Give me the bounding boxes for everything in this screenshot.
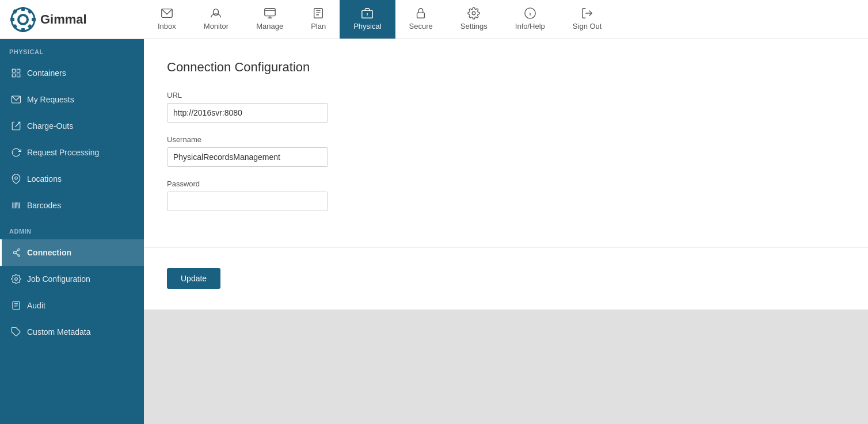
monitor-icon	[210, 7, 222, 20]
nav-item-physical[interactable]: Physical	[340, 0, 395, 39]
sidebar-item-barcodes[interactable]: Barcodes	[0, 192, 144, 219]
nav-item-inbox-label: Inbox	[158, 22, 176, 30]
svg-rect-23	[12, 69, 15, 72]
content-panel: Connection Configuration URL Username Pa…	[144, 39, 868, 310]
settings-icon	[467, 7, 480, 20]
nav-item-infohelp[interactable]: Info/Help	[501, 0, 559, 39]
url-input[interactable]	[167, 103, 328, 123]
sidebar-item-locations[interactable]: Locations	[0, 166, 144, 192]
sidebar-item-my-requests-label: My Requests	[27, 95, 74, 104]
sidebar-item-job-configuration[interactable]: Job Configuration	[0, 266, 144, 292]
logo-text: Gimmal	[40, 12, 87, 27]
sidebar-item-audit[interactable]: Audit	[0, 292, 144, 319]
sidebar-item-connection[interactable]: Connection	[0, 239, 144, 266]
svg-point-37	[18, 249, 20, 250]
chargeouts-icon	[11, 121, 21, 131]
sidebar: PHYSICAL Containers My Requests Charge-O…	[0, 39, 144, 424]
sidebar-item-custom-metadata-label: Custom Metadata	[27, 327, 91, 337]
sidebar-item-charge-outs-label: Charge-Outs	[27, 121, 73, 131]
svg-point-18	[473, 12, 476, 15]
password-label: Password	[167, 179, 845, 188]
signout-icon	[581, 7, 593, 20]
svg-rect-4	[21, 28, 25, 32]
svg-point-2	[20, 16, 26, 23]
sidebar-item-locations-label: Locations	[27, 174, 62, 184]
sidebar-section-admin: ADMIN	[0, 219, 144, 239]
nav-item-secure-label: Secure	[409, 22, 433, 30]
svg-rect-17	[417, 13, 425, 18]
plan-icon	[312, 7, 325, 20]
svg-rect-3	[21, 7, 25, 11]
update-button[interactable]: Update	[167, 268, 220, 289]
nav-item-plan-label: Plan	[311, 22, 326, 30]
nav-item-manage-label: Manage	[256, 22, 283, 30]
sidebar-item-connection-label: Connection	[27, 248, 71, 257]
svg-rect-42	[13, 301, 20, 310]
svg-rect-13	[264, 8, 275, 16]
username-form-group: Username	[167, 135, 845, 167]
nav-item-settings[interactable]: Settings	[447, 0, 501, 39]
svg-rect-25	[12, 74, 15, 77]
main-layout: PHYSICAL Containers My Requests Charge-O…	[0, 39, 868, 424]
manage-icon	[264, 7, 276, 20]
svg-line-33	[17, 203, 17, 209]
svg-rect-14	[314, 8, 323, 18]
nav-item-inbox[interactable]: Inbox	[144, 0, 190, 39]
sidebar-item-request-processing-label: Request Processing	[27, 148, 99, 157]
svg-line-40	[16, 253, 18, 255]
sidebar-item-containers[interactable]: Containers	[0, 60, 144, 86]
logo-area: Gimmal	[0, 6, 144, 33]
sidebar-item-job-configuration-label: Job Configuration	[27, 274, 90, 284]
svg-point-38	[18, 255, 20, 257]
sidebar-section-physical: PHYSICAL	[0, 39, 144, 60]
jobconfig-icon	[11, 274, 21, 284]
password-form-group: Password	[167, 179, 845, 211]
content-lower: Update	[144, 247, 868, 310]
containers-icon	[11, 68, 21, 78]
svg-point-41	[15, 278, 18, 281]
secure-icon	[414, 7, 427, 20]
content-area: Connection Configuration URL Username Pa…	[144, 39, 868, 424]
requests-icon	[11, 94, 21, 105]
url-label: URL	[167, 91, 845, 100]
url-form-group: URL	[167, 91, 845, 123]
sidebar-item-charge-outs[interactable]: Charge-Outs	[0, 113, 144, 139]
inbox-icon	[161, 7, 173, 20]
content-upper: Connection Configuration URL Username Pa…	[144, 39, 868, 247]
nav-item-signout[interactable]: Sign Out	[559, 0, 616, 39]
info-icon	[524, 7, 536, 20]
gimmal-logo-icon	[9, 6, 37, 33]
password-input[interactable]	[167, 192, 328, 211]
svg-rect-5	[10, 18, 14, 21]
top-navigation: Gimmal Inbox Monitor Manage Plan Physica…	[0, 0, 868, 39]
nav-item-plan[interactable]: Plan	[297, 0, 340, 39]
svg-line-39	[16, 250, 18, 252]
svg-line-34	[18, 203, 18, 209]
audit-icon	[11, 300, 21, 311]
nav-item-manage[interactable]: Manage	[242, 0, 297, 39]
svg-rect-6	[32, 18, 36, 21]
svg-point-29	[15, 177, 18, 179]
sidebar-item-containers-label: Containers	[27, 68, 66, 78]
svg-line-35	[19, 203, 20, 209]
sidebar-item-audit-label: Audit	[27, 301, 45, 310]
svg-line-28	[16, 122, 20, 127]
nav-item-monitor-label: Monitor	[204, 22, 229, 30]
barcode-icon	[11, 200, 21, 211]
metadata-icon	[11, 327, 21, 337]
physical-icon	[361, 7, 374, 20]
sidebar-item-request-processing[interactable]: Request Processing	[0, 139, 144, 166]
processing-icon	[11, 147, 21, 158]
nav-item-monitor[interactable]: Monitor	[190, 0, 242, 39]
nav-item-secure[interactable]: Secure	[395, 0, 447, 39]
sidebar-item-my-requests[interactable]: My Requests	[0, 86, 144, 113]
username-input[interactable]	[167, 147, 328, 167]
sidebar-item-custom-metadata[interactable]: Custom Metadata	[0, 319, 144, 345]
panel-title: Connection Configuration	[167, 60, 845, 75]
nav-items: Inbox Monitor Manage Plan Physical Secur…	[144, 0, 868, 39]
svg-point-36	[14, 251, 17, 254]
username-label: Username	[167, 135, 845, 144]
nav-item-signout-label: Sign Out	[573, 22, 602, 30]
connection-icon	[11, 247, 21, 258]
location-icon	[11, 174, 21, 184]
